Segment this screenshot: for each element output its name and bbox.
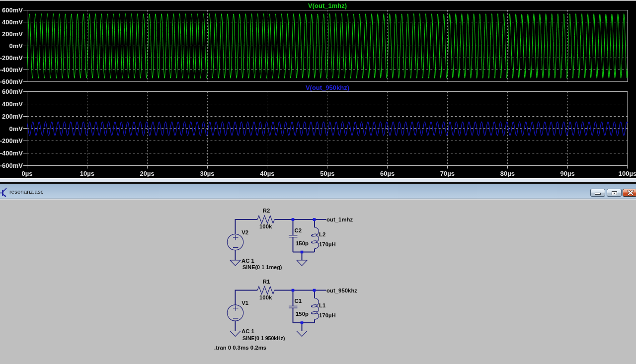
svg-text:-400mV: -400mV: [0, 149, 23, 157]
svg-text:V2: V2: [241, 229, 248, 235]
svg-text:90µs: 90µs: [560, 170, 575, 177]
svg-text:70µs: 70µs: [440, 170, 455, 177]
svg-text:L1: L1: [319, 302, 326, 308]
svg-text:L2: L2: [319, 231, 325, 237]
svg-text:100µs: 100µs: [619, 170, 636, 177]
svg-text:R1: R1: [263, 279, 270, 285]
svg-text:100k: 100k: [259, 223, 272, 229]
svg-text:-600mV: -600mV: [0, 162, 23, 169]
svg-text:SINE(0 1 1meg): SINE(0 1 1meg): [242, 264, 282, 270]
svg-text:SINE(0 1 950kHz): SINE(0 1 950kHz): [242, 335, 285, 341]
svg-text:R2: R2: [263, 208, 270, 214]
svg-text:10µs: 10µs: [80, 170, 94, 177]
svg-text:20µs: 20µs: [140, 170, 155, 177]
svg-text:V1: V1: [241, 300, 249, 306]
svg-text:50µs: 50µs: [320, 170, 334, 177]
svg-text:0mV: 0mV: [9, 42, 23, 50]
svg-text:out_950khz: out_950khz: [326, 288, 357, 293]
svg-text:600mV: 600mV: [2, 88, 23, 95]
svg-text:150p: 150p: [296, 240, 309, 246]
svg-text:80µs: 80µs: [500, 170, 515, 177]
svg-text:30µs: 30µs: [200, 170, 214, 177]
svg-text:150p: 150p: [296, 311, 309, 317]
svg-text:600mV: 600mV: [2, 6, 23, 14]
svg-text:-200mV: -200mV: [0, 137, 23, 145]
svg-text:170µH: 170µH: [319, 241, 336, 247]
svg-text:C2: C2: [295, 227, 302, 233]
svg-text:400mV: 400mV: [2, 18, 23, 26]
svg-text:V(out_950khz): V(out_950khz): [306, 84, 349, 91]
svg-text:-600mV: -600mV: [0, 78, 23, 85]
svg-text:out_1mhz: out_1mhz: [326, 217, 353, 222]
svg-text:0µs: 0µs: [22, 170, 33, 177]
svg-text:V(out_1mhz): V(out_1mhz): [308, 2, 347, 9]
svg-text:100k: 100k: [259, 294, 272, 300]
svg-text:0mV: 0mV: [9, 125, 23, 133]
svg-text:400mV: 400mV: [2, 100, 23, 108]
svg-text:60µs: 60µs: [380, 170, 395, 177]
svg-text:AC 1: AC 1: [241, 328, 255, 334]
svg-text:200mV: 200mV: [2, 30, 23, 38]
svg-text:.tran 0 0.3ms 0.2ms: .tran 0 0.3ms 0.2ms: [214, 345, 266, 351]
svg-text:AC 1: AC 1: [241, 258, 255, 264]
svg-text:200mV: 200mV: [2, 113, 23, 120]
svg-text:-200mV: -200mV: [0, 54, 23, 62]
svg-text:-400mV: -400mV: [0, 66, 23, 73]
svg-text:C1: C1: [295, 298, 302, 304]
svg-text:40µs: 40µs: [260, 170, 274, 177]
svg-text:170µH: 170µH: [319, 312, 336, 318]
